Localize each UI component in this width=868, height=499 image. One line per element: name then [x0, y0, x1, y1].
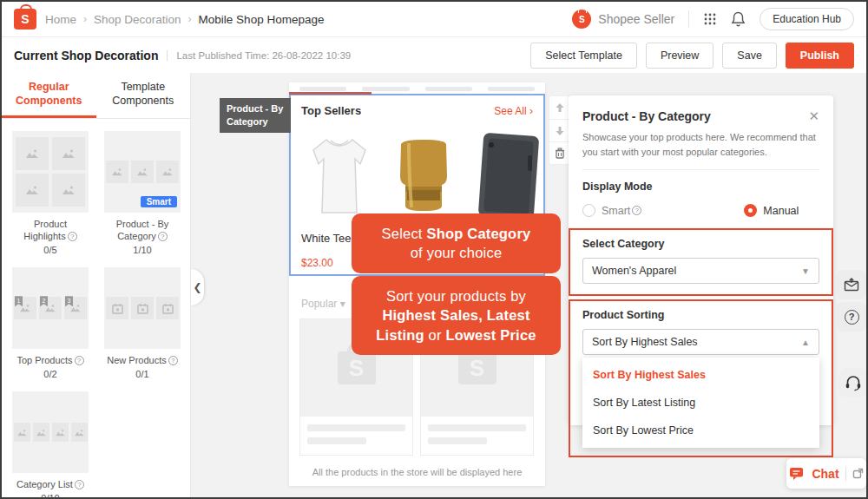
close-icon[interactable]: ✕ [808, 109, 819, 122]
save-button[interactable]: Save [722, 43, 777, 69]
calendar-icon [162, 303, 174, 314]
move-down-button[interactable] [549, 119, 569, 141]
previous-component-cutoff [289, 82, 545, 91]
decoration-canvas: Product - By Category Top Sellers See Al… [191, 73, 866, 497]
notification-bell-icon[interactable] [731, 11, 746, 27]
radio-off-icon [582, 204, 595, 217]
component-thumbnail [12, 391, 89, 473]
component-count: 1/10 [104, 245, 181, 255]
white-tee-image [301, 128, 378, 225]
tablet-image [470, 128, 545, 225]
chat-divider [845, 467, 846, 481]
help-icon[interactable]: ? [158, 232, 168, 241]
breadcrumb-shop-decoration[interactable]: Shop Decoration [94, 13, 181, 26]
feedback-inbox-icon[interactable] [837, 270, 866, 299]
last-published-time: Last Published Time: 26-08-2022 10:39 [167, 50, 351, 61]
shopee-logo-icon[interactable]: S [14, 9, 36, 30]
image-placeholder-icon [25, 148, 39, 159]
component-thumbnail: Smart [104, 131, 181, 213]
help-icon[interactable]: ? [75, 480, 84, 489]
component-product-by-category[interactable]: Smart Product - By Category? 1/10 [104, 131, 181, 256]
component-count: 0/2 [12, 369, 89, 379]
component-label: Product Highlights? [12, 218, 89, 244]
menu-item-highest-sales[interactable]: Sort By Highest Sales [582, 361, 819, 389]
move-up-button[interactable] [549, 96, 569, 119]
panel-description: Showcase your top products here. We reco… [582, 130, 819, 170]
component-thumbnail: 1 2 3 [12, 267, 89, 349]
see-all-link[interactable]: See All › [494, 105, 533, 117]
help-icon[interactable]: ? [68, 232, 77, 241]
publish-button[interactable]: Publish [786, 43, 854, 69]
breadcrumb-separator-icon: › [83, 13, 87, 25]
sorting-dropdown[interactable]: Sort By Highest Sales ▲ [582, 329, 819, 355]
components-sidebar: Regular Components Template Components P… [2, 73, 191, 497]
help-icon[interactable]: ? [168, 356, 178, 365]
radio-manual[interactable]: Manual [744, 204, 799, 217]
support-headset-icon[interactable] [838, 368, 866, 397]
image-placeholder-icon [136, 167, 148, 176]
component-top-products[interactable]: 1 2 3 Top Products? 0/2 [12, 267, 89, 379]
image-placeholder-icon [161, 167, 174, 176]
section-title: Top Sellers [301, 104, 361, 117]
component-category-list[interactable]: Category List? 0/10 [12, 391, 89, 497]
component-settings-panel: Product - By Category ✕ Showcase your to… [569, 95, 833, 425]
image-placeholder-icon [74, 429, 85, 437]
chat-widget[interactable]: Chat [786, 458, 866, 489]
chat-label: Chat [812, 467, 838, 481]
shopee-seller-avatar-icon: S [572, 10, 591, 29]
help-icon[interactable]: ? [632, 206, 641, 215]
breadcrumb: Home › Shop Decoration › Mobile Shop Hom… [45, 13, 324, 26]
help-center-icon[interactable]: ? [837, 302, 866, 332]
image-placeholder-icon [55, 429, 66, 437]
breadcrumb-home[interactable]: Home [45, 13, 76, 26]
store-products-note: All the products in the store will be di… [289, 467, 545, 477]
component-new-products[interactable]: New Products? 0/1 [104, 267, 181, 379]
account-menu[interactable]: S Shopee Seller [572, 10, 674, 29]
component-thumbnail [104, 267, 181, 349]
delete-component-button[interactable] [549, 141, 569, 164]
display-mode-label: Display Mode [582, 181, 819, 193]
selected-component-tag: Product - By Category [220, 98, 291, 133]
component-actions-toolbar [549, 95, 570, 165]
component-product-highlights[interactable]: Product Highlights? 0/5 [12, 131, 89, 256]
component-count: 0/5 [12, 245, 89, 255]
active-tab-underline [289, 92, 372, 95]
menu-item-lowest-price[interactable]: Sort By Lowest Price [582, 417, 819, 444]
popular-tab[interactable]: Popular ▾ [301, 298, 345, 310]
tab-template-components[interactable]: Template Components [96, 73, 191, 118]
panel-title: Product - By Category [582, 109, 711, 123]
select-template-button[interactable]: Select Template [530, 43, 637, 69]
product-sorting-label: Product Sorting [582, 309, 819, 321]
radio-smart[interactable]: Smart? [582, 204, 641, 217]
component-count: 0/10 [12, 493, 89, 497]
apps-grid-icon[interactable] [703, 12, 717, 26]
image-placeholder-icon [25, 185, 39, 195]
page-title: Current Shop Decoration [14, 49, 158, 62]
preview-button[interactable]: Preview [646, 43, 713, 69]
chevron-down-icon: ▼ [801, 266, 810, 276]
component-label: New Products? [104, 354, 181, 367]
component-count: 0/1 [104, 369, 181, 379]
chat-bubble-icon [789, 467, 806, 481]
image-placeholder-icon [62, 148, 76, 159]
select-category-annotated-section: Select Category Women's Apparel ▼ [569, 228, 833, 296]
menu-item-latest-listing[interactable]: Sort By Latest Listing [582, 389, 819, 417]
popout-icon[interactable] [852, 468, 864, 479]
radio-on-icon [744, 204, 757, 217]
education-hub-button[interactable]: Education Hub [760, 8, 854, 30]
top-header: S Home › Shop Decoration › Mobile Shop H… [2, 2, 866, 36]
chevron-down-icon: ▾ [340, 298, 345, 310]
callout-product-sorting: Sort your products by Highest Sales, Lat… [352, 276, 561, 355]
shopee-bag-placeholder-icon: S [338, 351, 376, 384]
category-dropdown[interactable]: Women's Apparel ▼ [582, 258, 819, 284]
gold-jar-image [385, 128, 462, 225]
image-placeholder-icon [62, 185, 76, 195]
chevron-up-icon: ▲ [801, 338, 810, 347]
image-placeholder-icon [16, 429, 28, 437]
callout-select-category: Select Shop Category of your choice [352, 213, 561, 273]
product-sorting-annotated-section: Product Sorting Sort By Highest Sales ▲ … [569, 299, 833, 457]
account-label: Shopee Seller [598, 12, 674, 26]
breadcrumb-current-page: Mobile Shop Homepage [199, 13, 325, 26]
tab-regular-components[interactable]: Regular Components [2, 73, 96, 118]
help-icon[interactable]: ? [75, 356, 84, 365]
